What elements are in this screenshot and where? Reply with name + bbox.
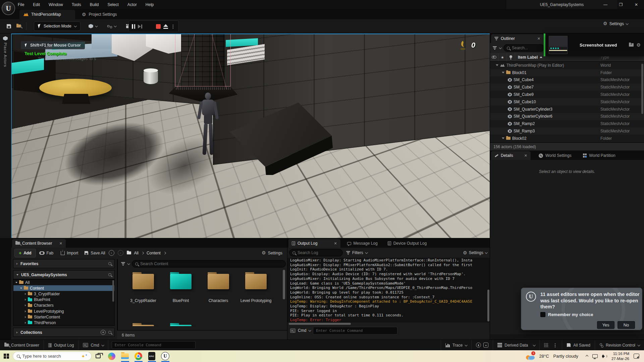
epic-games-button[interactable]: EPIC [145,350,159,362]
folder-tile-characters[interactable]: Characters [200,270,237,321]
menu-item-edit[interactable]: Edit [33,2,40,7]
outliner-row-sm-cube10[interactable]: SM_Cube10StaticMeshActor [490,98,644,106]
start-button[interactable] [4,354,9,359]
close-icon[interactable] [334,242,337,245]
folder-tile-blueprint[interactable]: BluePrint [162,270,200,321]
project-section[interactable]: UE5_GameplaySystems [13,270,115,279]
clock[interactable]: 11:16 PM 27-Mar-26 [611,351,629,361]
tree-item-content[interactable]: Content [13,285,114,291]
visibility-column-icon[interactable] [490,53,498,61]
folder-tile-partial[interactable] [124,321,162,326]
profiler-icon[interactable]: ▲ [483,343,488,348]
outliner-search-input[interactable] [512,46,541,50]
no-button[interactable]: No [618,321,635,329]
expand-arrow-icon[interactable] [502,137,504,139]
outliner-row-sm-quartercylinder3[interactable]: SM_QuarterCylinder3StaticMeshActor [490,106,644,113]
weather-icon[interactable]: 1 [525,352,535,360]
chrome-button[interactable] [132,350,145,362]
menu-item-window[interactable]: Window [49,2,63,7]
expand-arrow-icon[interactable] [25,304,26,306]
search-icon[interactable] [108,262,111,265]
forward-button[interactable]: › [118,250,123,256]
tree-item-all[interactable]: All [13,280,114,285]
tree-item-blueprint[interactable]: BluePrint [13,297,114,303]
tab-thirdpersonmap[interactable]: ThirdPersonMap [19,10,75,19]
tab-device-output-log[interactable]: Device Output Log [384,239,430,248]
tree-item-levelprototyping[interactable]: LevelPrototyping [13,308,114,314]
expand-arrow-icon[interactable] [25,299,26,301]
log-settings-dropdown[interactable]: Settings [463,250,487,255]
filter-icon[interactable] [493,46,497,50]
outliner-row-sm-ramp2[interactable]: SM_Ramp2StaticMeshActor [490,120,644,127]
cmd-label[interactable]: Cmd [298,328,306,333]
expand-arrow-icon[interactable] [502,72,504,73]
unreal-editor-button[interactable]: U [159,350,172,362]
log-search-input[interactable] [298,250,339,255]
cmd-dropdown[interactable]: Cmd [78,340,108,350]
toolbar-settings-dropdown[interactable]: Settings [603,21,628,26]
close-button[interactable]: ✕ [629,0,644,9]
tab-content-browser[interactable]: Content Browser [12,239,66,248]
tree-scrollbar[interactable] [112,280,114,302]
collapse-arrow-icon[interactable] [16,274,18,276]
chevron-down-icon[interactable] [309,329,311,331]
fab-button[interactable]: Fab [39,251,54,255]
import-button[interactable]: Import [61,251,78,255]
asset-grid-scrollbar[interactable] [283,270,285,299]
tray-expand-icon[interactable] [586,355,588,357]
expand-arrow-icon[interactable] [16,263,18,265]
restore-button[interactable]: ❐ [613,0,629,9]
expand-arrow-icon[interactable] [25,316,26,318]
yes-button[interactable]: Yes [597,321,614,329]
all-saved-button[interactable]: All Saved [562,340,595,350]
gear-icon[interactable] [636,43,641,48]
outliner-search[interactable] [503,44,544,52]
outliner-row-sm-cube7[interactable]: SM_Cube7StaticMeshActor [490,83,644,91]
copilot-button[interactable] [105,350,118,362]
add-button[interactable]: + Add [14,249,36,257]
stop-button[interactable] [156,24,161,29]
pause-button[interactable] [132,24,135,29]
notification-center-icon[interactable] [634,354,639,359]
menu-item-build[interactable]: Build [90,2,99,7]
remember-choice-row[interactable]: Remember my choice [540,312,593,317]
weather-label[interactable]: Partly cloudy [553,354,578,359]
outliner-row-thirdpersonmap-play-in-editor-[interactable]: ThirdPersonMap (Play In Editor)World [490,62,644,69]
tree-item-3-cryptraider[interactable]: 3_CryptRaider [13,291,114,297]
status-console-input[interactable] [112,341,196,349]
tab-project-settings[interactable]: Project Settings [78,10,121,19]
pin-column-icon[interactable] [507,53,515,61]
expand-arrow-icon[interactable] [25,322,26,324]
selection-mode-dropdown[interactable]: Selection Mode [34,21,80,31]
tab-outliner[interactable]: Outliner [491,34,544,43]
expand-arrow-icon[interactable] [25,310,26,312]
save-button[interactable] [4,22,14,31]
outliner-row-sm-cube4[interactable]: SM_Cube4StaticMeshActor [490,76,644,84]
insights-icon[interactable]: ▮ [476,343,481,348]
tree-item-startercontent[interactable]: StarterContent [13,314,114,320]
file-explorer-button[interactable] [118,350,132,362]
add-collection-icon[interactable]: + [101,330,106,335]
outliner-row-sm-ramp3[interactable]: SM_Ramp3StaticMeshActor [490,127,644,135]
collections-section[interactable]: Collections + [13,328,115,337]
more-options-icon[interactable] [553,343,557,348]
eject-button[interactable] [163,24,168,29]
place-actors-strip[interactable]: + Place Actors [0,34,11,238]
level-viewport[interactable]: Shift+F1 for Mouse Cursor Test Level Com… [11,34,490,238]
close-icon[interactable] [524,154,527,158]
asset-search-input[interactable] [140,261,282,266]
save-all-button[interactable]: Save All [84,251,105,255]
step-frame-button[interactable] [138,24,142,29]
blueprints-dropdown[interactable] [105,22,119,30]
menu-item-actor[interactable]: Actor [127,2,137,7]
play-options-icon[interactable] [171,24,175,29]
filter-icon[interactable] [121,262,125,265]
derived-data-dropdown[interactable]: Derived Data [493,340,540,350]
expand-arrow-icon[interactable] [15,282,17,283]
outliner-row-sm-quartercylinder6[interactable]: SM_QuarterCylinder6StaticMeshActor [490,113,644,120]
log-vertical-scrollbar[interactable] [487,290,489,321]
content-browser-settings[interactable]: Settings [262,250,282,255]
menu-item-help[interactable]: Help [146,2,154,7]
folder-tile-partial[interactable] [162,321,200,326]
tab-details[interactable]: Details [491,151,531,160]
